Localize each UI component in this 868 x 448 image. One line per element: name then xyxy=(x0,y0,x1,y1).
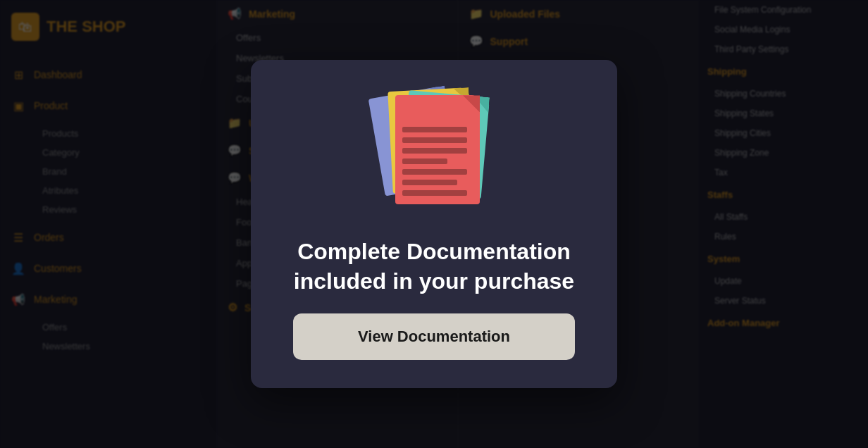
modal-title: Complete Documentation included in your … xyxy=(293,237,575,296)
doc-red xyxy=(395,95,480,204)
documentation-modal: Complete Documentation included in your … xyxy=(251,60,617,387)
document-stack-illustration xyxy=(371,88,497,215)
modal-overlay: Complete Documentation included in your … xyxy=(0,0,868,448)
view-documentation-button[interactable]: View Documentation xyxy=(293,313,575,360)
